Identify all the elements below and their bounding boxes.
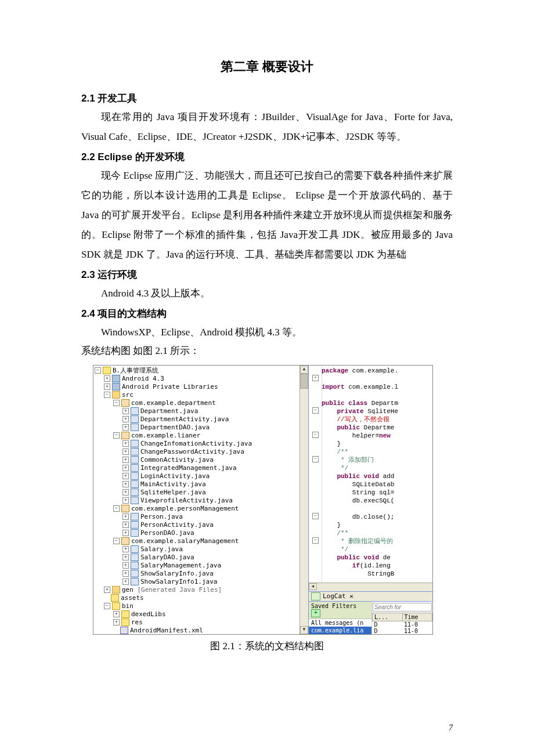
tree-dexedlibs[interactable]: dexedLibs bbox=[131, 610, 166, 618]
section-2-4-para1: WindowsXP、Eclipse、Android 模拟机 4.3 等。 bbox=[81, 323, 453, 342]
tree-file[interactable]: SalaryDAO.java bbox=[140, 554, 194, 561]
scroll-thumb[interactable] bbox=[300, 374, 308, 389]
section-2-1-title: 2.1 开发工具 bbox=[81, 92, 453, 105]
filter-all[interactable]: All messages (n bbox=[309, 619, 371, 627]
tree-file[interactable]: LoginActivity.java bbox=[140, 472, 210, 480]
logcat-icon bbox=[311, 592, 320, 601]
scroll-down-icon[interactable]: ▼ bbox=[300, 626, 308, 634]
section-2-2-para: 现今 Eclipse 应用广泛、功能强大，而且还可已按自己的需要下载各种插件来扩… bbox=[81, 166, 453, 265]
package-explorer-pane: −B.人事管理系统 +Android 4.3 +Android Private … bbox=[93, 366, 309, 634]
filter-session[interactable]: com.example.lia bbox=[309, 627, 371, 634]
fold-plus-icon[interactable]: + bbox=[312, 375, 319, 381]
fold-minus-icon[interactable]: − bbox=[312, 537, 319, 544]
code-editor[interactable]: + − − − − − package com.example. import … bbox=[309, 366, 432, 591]
tree-priv-libs[interactable]: Android Private Libraries bbox=[122, 383, 218, 390]
log-level: D bbox=[373, 621, 403, 628]
tree-file[interactable]: ChangePasswordActivity.java bbox=[140, 448, 244, 455]
logcat-panel: LogCat ✕ Saved Filters + All messages (n… bbox=[309, 591, 432, 634]
logcat-messages: L...Time D11-0 D11-0 bbox=[372, 602, 432, 634]
tree-file[interactable]: PersonActivity.java bbox=[140, 521, 214, 529]
tree-file[interactable]: SqliteHelper.java bbox=[140, 489, 206, 496]
scroll-up-icon[interactable]: ▲ bbox=[300, 366, 308, 374]
editor-column: + − − − − − package com.example. import … bbox=[309, 366, 432, 634]
scroll-left-icon[interactable]: ◄ bbox=[309, 583, 317, 590]
tree-assets[interactable]: assets bbox=[121, 594, 144, 602]
tree-file[interactable]: ViewprofileActivity.java bbox=[140, 497, 233, 504]
tree-file[interactable]: CommonActivity.java bbox=[140, 456, 214, 464]
log-time: 11-0 bbox=[402, 628, 432, 634]
chapter-title: 第二章 概要设计 bbox=[81, 58, 453, 75]
tree-pkg-person[interactable]: com.example.personManagement bbox=[131, 505, 239, 512]
eclipse-screenshot: −B.人事管理系统 +Android 4.3 +Android Private … bbox=[93, 365, 433, 635]
tree-file[interactable]: IntegratedManagement.java bbox=[140, 464, 237, 472]
tree-res[interactable]: res bbox=[131, 618, 143, 626]
tree-file[interactable]: ShowSalaryInfo1.java bbox=[140, 578, 217, 585]
logcat-table[interactable]: L...Time D11-0 D11-0 bbox=[372, 613, 432, 634]
tree-pkg-dept[interactable]: com.example.department bbox=[131, 399, 216, 407]
tree-gen[interactable]: gen [Generated Java Files] bbox=[122, 586, 222, 594]
fold-minus-icon[interactable]: − bbox=[312, 407, 319, 414]
logcat-filters[interactable]: Saved Filters + All messages (n com.exam… bbox=[309, 602, 372, 634]
tree-root[interactable]: B.人事管理系统 bbox=[113, 367, 158, 374]
tree-file[interactable]: ChangeInfomationActivity.java bbox=[140, 440, 252, 447]
section-2-3-title: 2.3 运行环境 bbox=[81, 268, 453, 281]
section-2-4-para2: 系统结构图 如图 2.1 所示： bbox=[81, 342, 453, 360]
project-tree[interactable]: −B.人事管理系统 +Android 4.3 +Android Private … bbox=[93, 366, 308, 634]
col-time[interactable]: Time bbox=[402, 613, 432, 621]
tree-scrollbar[interactable]: ▲ ▼ bbox=[300, 366, 308, 634]
add-filter-icon[interactable]: + bbox=[311, 609, 320, 617]
logcat-tab[interactable]: LogCat ✕ bbox=[309, 592, 432, 602]
logcat-tab-label: LogCat bbox=[323, 592, 346, 600]
log-level: D bbox=[373, 628, 403, 634]
tree-android[interactable]: Android 4.3 bbox=[122, 375, 164, 382]
tree-file[interactable]: DepartmentActivity.java bbox=[140, 415, 229, 423]
tree-bin[interactable]: bin bbox=[122, 602, 134, 610]
tree-pkg-salary[interactable]: com.example.salaryManagement bbox=[131, 537, 239, 545]
section-2-4-title: 2.4 项目的文档结构 bbox=[81, 307, 453, 320]
tree-file[interactable]: DepartmentDAO.java bbox=[140, 424, 210, 431]
fold-minus-icon[interactable]: − bbox=[312, 432, 319, 438]
tree-file[interactable]: PersonDAO.java bbox=[140, 529, 194, 537]
fold-minus-icon[interactable]: − bbox=[312, 456, 319, 462]
tree-file[interactable]: MainActivity.java bbox=[140, 480, 206, 488]
logcat-search-input[interactable] bbox=[373, 603, 432, 612]
editor-hscrollbar[interactable]: ◄ bbox=[309, 583, 432, 591]
tree-manifest[interactable]: AndroidManifest.xml bbox=[130, 627, 203, 634]
figure-caption: 图 2.1：系统的文档结构图 bbox=[81, 639, 453, 653]
log-time: 11-0 bbox=[402, 621, 432, 628]
section-2-1-para: 现在常用的 Java 项目开发环境有：JBuilder、VisualAge fo… bbox=[81, 107, 453, 147]
fold-minus-icon[interactable]: − bbox=[312, 513, 319, 519]
editor-gutter: + − − − − − bbox=[309, 366, 322, 591]
section-2-3-para: Android 4.3 及以上版本。 bbox=[81, 284, 453, 303]
tree-pkg-lianer[interactable]: com.example.lianer bbox=[131, 432, 200, 439]
section-2-2-title: 2.2 Eclipse 的开发环境 bbox=[81, 150, 453, 164]
code-body[interactable]: package com.example. import com.example.… bbox=[322, 367, 428, 578]
tree-file[interactable]: Person.java bbox=[140, 513, 183, 520]
saved-filters-label: Saved Filters bbox=[311, 603, 356, 609]
tree-src[interactable]: src bbox=[122, 391, 134, 399]
tree-file[interactable]: SalaryManagement.java bbox=[140, 562, 221, 569]
tree-file[interactable]: Department.java bbox=[140, 407, 198, 415]
tree-file[interactable]: ShowSalaryInfo.java bbox=[140, 570, 214, 577]
col-level[interactable]: L... bbox=[373, 613, 403, 621]
tree-file[interactable]: Salary.java bbox=[140, 545, 183, 553]
